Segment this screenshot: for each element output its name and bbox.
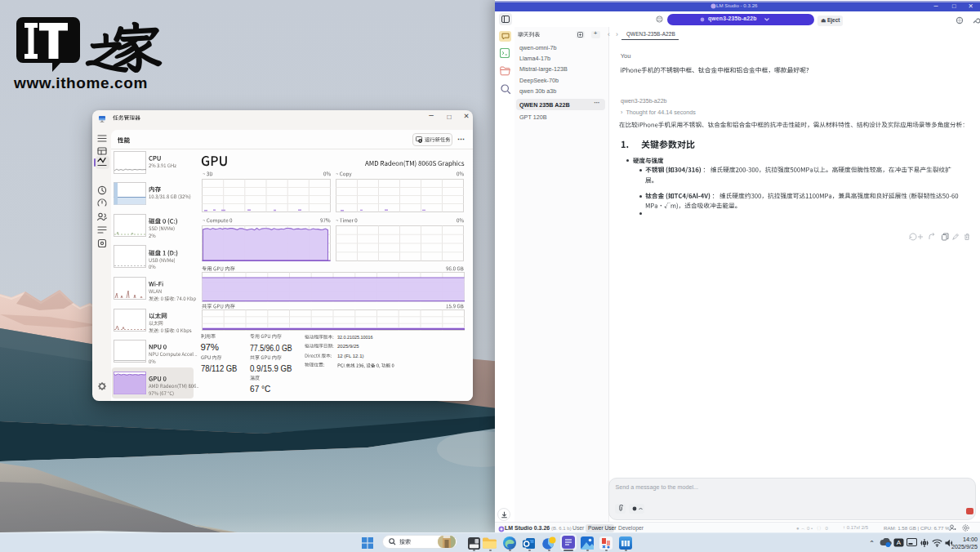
svg-text:A: A: [897, 539, 902, 546]
